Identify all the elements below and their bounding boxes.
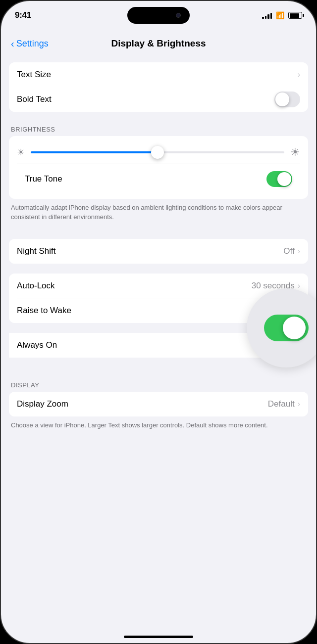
brightness-slider-container[interactable]: ☀ ☀ <box>17 143 300 162</box>
brightness-card: ☀ ☀ True Tone <box>9 136 308 199</box>
night-shift-label: Night Shift <box>17 246 55 256</box>
display-label: DISPLAY <box>1 377 316 392</box>
night-shift-row[interactable]: Night Shift Off › <box>9 239 308 264</box>
raise-to-wake-label: Raise to Wake <box>17 306 71 316</box>
true-tone-row[interactable]: True Tone <box>17 166 300 192</box>
bold-text-label: Bold Text <box>17 94 52 104</box>
dynamic-island <box>127 7 190 24</box>
display-zoom-row[interactable]: Display Zoom Default › <box>9 392 308 416</box>
signal-bar-2 <box>265 16 267 19</box>
text-size-row[interactable]: Text Size › <box>9 62 308 87</box>
true-tone-description: Automatically adapt iPhone display based… <box>1 199 316 229</box>
text-size-right: › <box>298 70 300 79</box>
brightness-slider-thumb[interactable] <box>151 146 164 159</box>
true-tone-toggle-thumb <box>277 172 291 186</box>
night-shift-card: Night Shift Off › <box>9 239 308 264</box>
true-tone-label: True Tone <box>25 174 62 184</box>
text-size-label: Text Size <box>17 70 51 80</box>
display-zoom-value: Default <box>268 399 295 409</box>
display-zoom-card: Display Zoom Default › <box>9 392 308 416</box>
brightness-slider-track[interactable] <box>31 151 284 153</box>
true-tone-toggle[interactable] <box>266 171 292 187</box>
signal-bars-icon <box>262 12 272 19</box>
brightness-high-icon: ☀ <box>290 146 300 159</box>
display-section: DISPLAY Display Zoom Default › Choose a … <box>1 377 316 437</box>
status-icons: 📶 <box>262 11 302 19</box>
auto-lock-label: Auto-Lock <box>17 281 55 291</box>
bold-text-toggle-thumb <box>275 92 289 106</box>
bold-text-toggle[interactable] <box>274 92 300 107</box>
always-on-label: Always On <box>17 340 57 350</box>
display-zoom-label: Display Zoom <box>17 399 68 409</box>
night-shift-value: Off <box>283 246 294 256</box>
scroll-content[interactable]: Text Size › Bold Text BRIGHTNESS <box>1 57 316 643</box>
page-title: Display & Brightness <box>111 38 206 49</box>
display-zoom-right: Default › <box>268 399 300 409</box>
status-time: 9:41 <box>15 10 31 20</box>
camera-dot <box>176 13 181 18</box>
night-shift-right: Off › <box>283 246 300 256</box>
night-shift-chevron-icon: › <box>298 247 300 256</box>
text-settings-card: Text Size › Bold Text <box>9 62 308 112</box>
bold-text-row[interactable]: Bold Text <box>9 87 308 112</box>
auto-lock-row[interactable]: Auto-Lock 30 seconds › <box>9 274 308 298</box>
home-indicator[interactable] <box>124 636 193 638</box>
battery-icon <box>288 12 302 19</box>
text-size-chevron-icon: › <box>298 70 300 79</box>
display-zoom-chevron-icon: › <box>298 400 300 409</box>
display-zoom-description: Choose a view for iPhone. Larger Text sh… <box>1 416 316 437</box>
signal-bar-3 <box>267 14 269 19</box>
always-on-toggle-large-thumb <box>283 317 306 339</box>
nav-header: ‹ Settings Display & Brightness <box>1 30 316 57</box>
back-button[interactable]: ‹ Settings <box>11 38 49 49</box>
back-label: Settings <box>16 39 49 49</box>
back-arrow-icon: ‹ <box>11 38 14 49</box>
auto-lock-chevron-icon: › <box>298 281 300 290</box>
signal-bar-1 <box>262 17 264 19</box>
battery-fill <box>290 13 300 18</box>
signal-bar-4 <box>270 13 272 19</box>
brightness-section: BRIGHTNESS ☀ ☀ True Tone <box>1 122 316 229</box>
brightness-slider-fill <box>31 151 158 153</box>
brightness-low-icon: ☀ <box>17 147 25 158</box>
brightness-label: BRIGHTNESS <box>1 122 316 136</box>
wifi-icon: 📶 <box>276 11 284 19</box>
phone-frame: 9:41 📶 ‹ Settings Display & Brightness <box>0 0 317 644</box>
always-on-toggle-large[interactable] <box>264 315 309 341</box>
